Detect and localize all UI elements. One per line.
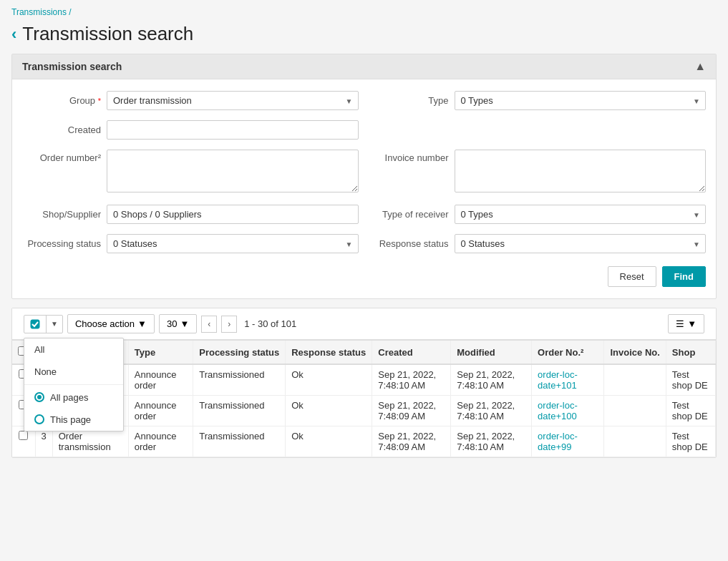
prev-page-button[interactable]: ‹ bbox=[201, 316, 217, 333]
form-group-created: Created bbox=[22, 120, 359, 140]
checkbox-check[interactable] bbox=[24, 316, 47, 333]
cell-processing-status: Transmissioned bbox=[193, 426, 286, 457]
choose-action-label: Choose action bbox=[75, 318, 135, 329]
checkbox-icon bbox=[30, 319, 40, 329]
cell-created: Sep 21, 2022, 7:48:10 AM bbox=[372, 364, 451, 396]
col-created: Created bbox=[372, 341, 451, 364]
col-modified: Modified bbox=[451, 341, 532, 364]
cell-modified: Sep 21, 2022, 7:48:10 AM bbox=[451, 426, 532, 457]
back-button[interactable]: ‹ bbox=[11, 25, 16, 44]
dropdown-divider bbox=[24, 384, 123, 385]
radio-this-page-icon bbox=[34, 414, 44, 424]
cell-processing-status: Transmissioned bbox=[193, 364, 286, 396]
cell-order-no: order-loc-date+100 bbox=[532, 396, 604, 426]
invoice-number-label: Invoice number bbox=[370, 150, 449, 163]
breadcrumb: Transmissions / bbox=[0, 0, 728, 20]
dropdown-item-none-label: None bbox=[34, 366, 57, 377]
cell-response-status: Ok bbox=[286, 364, 372, 396]
order-no-link[interactable]: order-loc-date+99 bbox=[538, 431, 578, 452]
search-panel: Transmission search ▲ Group * Order tran… bbox=[11, 54, 717, 299]
form-group-processing-status: Processing status 0 Statuses bbox=[22, 234, 359, 253]
pagination-info: 1 - 30 of 101 bbox=[241, 318, 299, 329]
dropdown-item-all[interactable]: All bbox=[24, 338, 123, 361]
toolbar-wrapper: ▼ All None All pages This page bbox=[11, 308, 717, 340]
col-invoice-no: Invoice No. bbox=[604, 341, 666, 364]
dropdown-item-all-pages-label: All pages bbox=[50, 392, 88, 403]
order-no-link[interactable]: order-loc-date+101 bbox=[538, 369, 578, 391]
search-panel-body: Group * Order transmission Type 0 Types bbox=[12, 79, 716, 298]
cell-shop: Test shop DE bbox=[666, 426, 715, 457]
radio-all-pages-icon bbox=[34, 392, 44, 402]
per-page-value: 30 bbox=[167, 318, 177, 329]
group-select[interactable]: Order transmission bbox=[107, 91, 359, 110]
form-group-order-number: Order number² bbox=[22, 150, 359, 195]
invoice-number-textarea[interactable] bbox=[455, 150, 707, 192]
cell-shop: Test shop DE bbox=[666, 396, 715, 426]
svg-rect-0 bbox=[31, 320, 39, 328]
type-select-wrapper: 0 Types bbox=[455, 91, 707, 110]
form-group-response-status: Response status 0 Statuses bbox=[370, 234, 707, 253]
shop-supplier-label: Shop/Supplier bbox=[22, 209, 101, 220]
dropdown-item-none[interactable]: None bbox=[24, 361, 123, 383]
cell-order-no: order-loc-date+101 bbox=[532, 364, 604, 396]
col-order-no: Order No.² bbox=[532, 341, 604, 364]
toolbar: ▼ All None All pages This page bbox=[12, 308, 716, 340]
form-group-group: Group * Order transmission bbox=[22, 91, 359, 110]
group-select-wrapper: Order transmission bbox=[107, 91, 359, 110]
form-group-type: Type 0 Types bbox=[370, 91, 707, 110]
collapse-icon[interactable]: ▲ bbox=[694, 60, 706, 73]
response-status-select[interactable]: 0 Statuses bbox=[455, 234, 707, 253]
col-type: Type bbox=[128, 341, 193, 364]
type-receiver-label: Type of receiver bbox=[370, 209, 449, 220]
dropdown-item-all-label: All bbox=[34, 344, 44, 355]
checkbox-dropdown-arrow[interactable]: ▼ bbox=[47, 316, 62, 331]
per-page-arrow-icon: ▼ bbox=[180, 318, 189, 329]
choose-action-button[interactable]: Choose action ▼ bbox=[67, 314, 155, 333]
search-panel-title: Transmission search bbox=[22, 61, 122, 72]
form-group-type-receiver: Type of receiver 0 Types bbox=[370, 205, 707, 224]
checkbox-dropdown-menu: All None All pages This page bbox=[24, 338, 124, 431]
choose-action-arrow-icon: ▼ bbox=[137, 318, 147, 329]
cell-invoice-no bbox=[604, 426, 666, 457]
page-title: Transmission search bbox=[22, 23, 193, 45]
find-button[interactable]: Find bbox=[662, 266, 706, 287]
cell-processing-status: Transmissioned bbox=[193, 396, 286, 426]
cell-created: Sep 21, 2022, 7:48:09 AM bbox=[372, 426, 451, 457]
dropdown-item-this-page[interactable]: This page bbox=[24, 409, 123, 431]
created-input[interactable] bbox=[107, 120, 359, 140]
order-number-textarea[interactable] bbox=[107, 150, 359, 192]
list-view-button[interactable]: ☰ ▼ bbox=[668, 314, 704, 333]
breadcrumb-link[interactable]: Transmissions / bbox=[11, 7, 72, 17]
processing-status-select-wrapper: 0 Statuses bbox=[107, 234, 359, 253]
cell-invoice-no bbox=[604, 364, 666, 396]
reset-button[interactable]: Reset bbox=[608, 266, 656, 287]
group-label: Group * bbox=[22, 95, 101, 106]
order-number-label: Order number² bbox=[22, 150, 101, 163]
list-view-icon: ☰ bbox=[676, 318, 684, 329]
processing-status-select[interactable]: 0 Statuses bbox=[107, 234, 359, 253]
toolbar-right: ☰ ▼ bbox=[668, 314, 704, 333]
form-row-created: Created bbox=[22, 120, 706, 140]
search-panel-header: Transmission search ▲ bbox=[12, 54, 716, 79]
col-shop: Shop bbox=[666, 341, 715, 364]
shop-supplier-input[interactable] bbox=[107, 205, 359, 224]
response-status-select-wrapper: 0 Statuses bbox=[455, 234, 707, 253]
cell-shop: Test shop DE bbox=[666, 364, 715, 396]
row-checkbox[interactable] bbox=[19, 431, 28, 440]
col-processing-status: Processing status bbox=[193, 341, 286, 364]
order-no-link[interactable]: order-loc-date+100 bbox=[538, 400, 578, 421]
order-number-wrapper bbox=[107, 150, 359, 195]
dropdown-item-all-pages[interactable]: All pages bbox=[24, 386, 123, 409]
response-status-label: Response status bbox=[370, 238, 449, 249]
next-page-button[interactable]: › bbox=[221, 316, 237, 333]
cell-modified: Sep 21, 2022, 7:48:10 AM bbox=[451, 364, 532, 396]
cell-order-no: order-loc-date+99 bbox=[532, 426, 604, 457]
cell-modified: Sep 21, 2022, 7:48:10 AM bbox=[451, 396, 532, 426]
type-select[interactable]: 0 Types bbox=[455, 91, 707, 110]
form-row-order-invoice: Order number² Invoice number bbox=[22, 150, 706, 195]
list-view-arrow-icon: ▼ bbox=[687, 318, 697, 329]
per-page-button[interactable]: 30 ▼ bbox=[159, 314, 197, 333]
type-receiver-select[interactable]: 0 Types bbox=[455, 205, 707, 224]
created-label: Created bbox=[22, 125, 101, 135]
cell-created: Sep 21, 2022, 7:48:09 AM bbox=[372, 396, 451, 426]
